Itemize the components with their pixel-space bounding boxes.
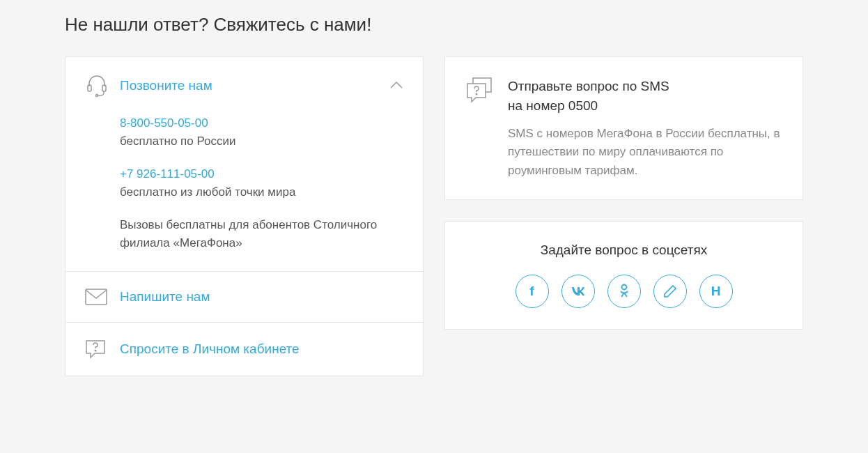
sms-title: Отправьте вопрос по SMS на номер 0500 (508, 77, 783, 115)
svg-rect-3 (86, 289, 107, 305)
pencil-icon[interactable] (653, 275, 687, 308)
sms-icon (465, 77, 508, 180)
social-row: f (466, 275, 782, 308)
svg-point-6 (621, 285, 626, 290)
call-body: 8-800-550-05-00 бесплатно по России +7 9… (65, 114, 423, 271)
contact-accordion: Позвоните нам 8-800-550-05-00 бесплатно … (65, 56, 424, 376)
write-title: Напишите нам (120, 289, 403, 305)
headset-icon (85, 74, 120, 98)
habr-icon[interactable]: H (699, 275, 733, 308)
accordion-item-call: Позвоните нам 8-800-550-05-00 бесплатно … (65, 57, 423, 272)
phone-link-2[interactable]: +7 926-111-05-00 (120, 167, 215, 181)
accordion-item-write: Напишите нам (65, 272, 423, 323)
sms-card: Отправьте вопрос по SMS на номер 0500 SM… (444, 56, 803, 200)
social-title: Задайте вопрос в соцсетях (466, 243, 782, 258)
accordion-item-cabinet: Спросите в Личном кабинете (65, 323, 423, 376)
sms-desc: SMS с номеров МегаФона в России бесплатн… (508, 125, 783, 180)
cabinet-title: Спросите в Личном кабинете (120, 341, 403, 357)
phone-note-1: бесплатно по России (120, 132, 403, 151)
envelope-icon (85, 289, 120, 305)
accordion-header-call[interactable]: Позвоните нам (65, 57, 423, 114)
call-footnote: Вызовы бесплатны для абонентов Столичног… (120, 216, 403, 252)
facebook-icon[interactable]: f (516, 275, 549, 308)
accordion-header-cabinet[interactable]: Спросите в Личном кабинете (65, 323, 423, 376)
odnoklassniki-icon[interactable] (607, 275, 641, 308)
svg-point-2 (96, 95, 98, 97)
call-title: Позвоните нам (120, 78, 389, 93)
page-heading: Не нашли ответ? Свяжитесь с нами! (65, 14, 803, 36)
chat-question-icon (85, 339, 120, 359)
chevron-up-icon (389, 79, 403, 92)
vk-icon[interactable] (561, 275, 595, 308)
svg-point-4 (95, 350, 96, 351)
accordion-header-write[interactable]: Напишите нам (65, 272, 423, 322)
phone-note-2: бесплатно из любой точки мира (120, 183, 403, 201)
svg-point-5 (476, 93, 477, 95)
social-card: Задайте вопрос в соцсетях f (444, 221, 803, 330)
phone-link-1[interactable]: 8-800-550-05-00 (120, 116, 208, 130)
